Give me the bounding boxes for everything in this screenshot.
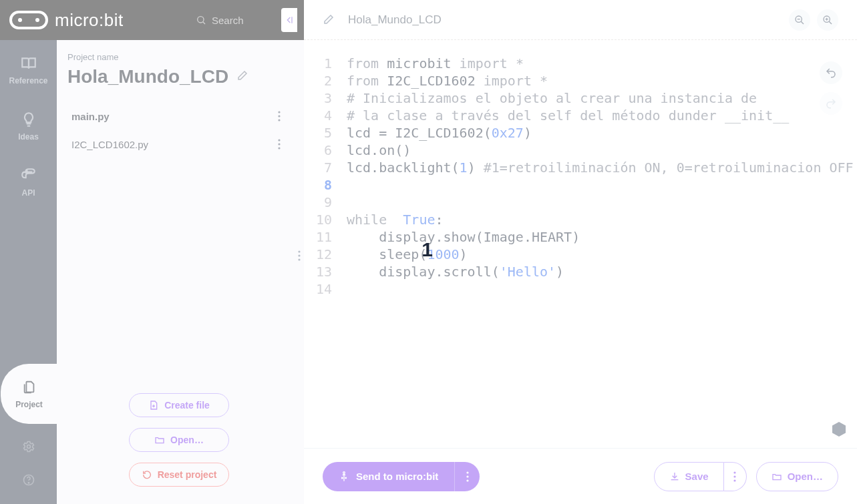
search-input[interactable]: Search [188, 7, 295, 33]
pencil-icon [323, 13, 335, 25]
microbit-logo-icon [9, 11, 48, 29]
nav-project[interactable]: Project [1, 364, 57, 424]
file-name: I2C_LCD1602.py [71, 139, 148, 150]
save-label: Save [685, 471, 709, 482]
lightbulb-icon [20, 111, 37, 128]
svg-point-2 [35, 18, 39, 22]
line-gutter: 1234567891011121314 [304, 55, 341, 448]
folder-open-icon [772, 471, 782, 482]
svg-point-30 [345, 477, 347, 479]
help-icon [22, 473, 35, 487]
save-group: Save [654, 462, 747, 491]
editor-tab-name: Hola_Mundo_LCD [348, 13, 442, 27]
svg-line-25 [829, 21, 832, 24]
file-plus-icon [148, 400, 159, 411]
save-menu-button[interactable] [724, 462, 747, 491]
nav-reference[interactable]: Reference [0, 48, 57, 92]
svg-point-35 [734, 475, 736, 477]
hexagon-icon [832, 421, 846, 437]
collapse-sidebar-button[interactable] [281, 8, 297, 32]
nav-rail: Reference Ideas API Project [0, 0, 57, 504]
editor-file-icon [323, 13, 336, 27]
svg-marker-28 [832, 422, 846, 437]
logo-text: micro:bit [55, 10, 124, 31]
zoom-out-icon [794, 15, 805, 25]
download-icon [669, 471, 680, 482]
pencil-icon [236, 69, 248, 81]
logo[interactable]: micro:bit [9, 10, 124, 31]
nav-ideas-label: Ideas [18, 132, 39, 142]
gear-icon [22, 440, 35, 453]
code-editor[interactable]: 1234567891011121314 from microbit import… [304, 40, 857, 448]
nav-footer [18, 436, 39, 504]
svg-point-32 [466, 475, 468, 477]
send-menu-button[interactable] [454, 462, 480, 491]
help-button[interactable] [18, 469, 39, 491]
svg-point-6 [25, 170, 27, 172]
svg-point-1 [18, 18, 22, 22]
nav-api[interactable]: API [0, 160, 57, 204]
svg-point-10 [278, 111, 280, 113]
file-item-main[interactable]: main.py [67, 102, 291, 130]
settings-button[interactable] [18, 436, 39, 457]
left-zone: micro:bit Search Reference Ideas API [0, 0, 304, 504]
redo-button[interactable] [820, 92, 842, 115]
panel-more-button[interactable] [293, 247, 305, 264]
open-label: Open… [170, 435, 204, 445]
project-name-label: Project name [67, 52, 291, 62]
more-vertical-icon [733, 471, 736, 482]
more-vertical-icon [298, 250, 301, 261]
file-name: main.py [71, 111, 110, 122]
more-vertical-icon [278, 111, 281, 121]
svg-line-4 [203, 22, 205, 24]
file-item-i2c[interactable]: I2C_LCD1602.py [67, 130, 291, 158]
panel-actions: Create file Open… Reset project [67, 393, 291, 491]
more-vertical-icon [466, 471, 469, 482]
python-icon [20, 167, 37, 184]
more-vertical-icon [278, 139, 281, 150]
folder-open-icon [154, 435, 165, 445]
edit-project-name-button[interactable] [236, 69, 251, 84]
search-icon [196, 15, 206, 25]
reset-project-button[interactable]: Reset project [129, 463, 229, 487]
zoom-in-icon [822, 15, 833, 25]
open-project-button[interactable]: Open… [129, 428, 229, 452]
svg-point-29 [343, 471, 345, 473]
zoom-controls [789, 9, 838, 31]
send-label: Send to micro:bit [356, 471, 438, 482]
open-footer-button[interactable]: Open… [756, 462, 838, 491]
code-body[interactable]: from microbit import *from I2C_LCD1602 i… [341, 55, 857, 448]
file-menu-button[interactable] [272, 137, 287, 152]
svg-point-15 [278, 147, 280, 149]
undo-redo-group [820, 61, 842, 115]
project-title-row: Hola_Mundo_LCD [67, 66, 291, 87]
svg-point-17 [298, 254, 300, 256]
file-menu-button[interactable] [272, 109, 287, 123]
svg-point-13 [278, 139, 280, 141]
svg-point-12 [278, 119, 280, 121]
logo-bar: micro:bit Search [0, 0, 304, 40]
search-placeholder: Search [212, 15, 244, 26]
svg-point-14 [278, 143, 280, 145]
book-icon [20, 55, 37, 72]
zoom-in-button[interactable] [817, 9, 838, 31]
project-panel: Project name Hola_Mundo_LCD main.py I2C_… [57, 0, 304, 504]
nav-ideas[interactable]: Ideas [0, 104, 57, 148]
send-to-microbit-button[interactable]: Send to micro:bit [323, 462, 454, 491]
save-button[interactable]: Save [654, 462, 724, 491]
usb-icon [339, 471, 349, 482]
open-footer-label: Open… [788, 471, 823, 482]
chevron-left-bar-icon [284, 15, 295, 25]
svg-point-34 [734, 471, 736, 473]
zoom-out-button[interactable] [789, 9, 810, 31]
refresh-icon [142, 469, 152, 480]
nav-api-label: API [21, 188, 35, 198]
redo-icon [825, 97, 837, 109]
undo-button[interactable] [820, 61, 842, 84]
reset-label: Reset project [158, 469, 217, 480]
simulator-badge[interactable] [832, 421, 846, 437]
create-file-button[interactable]: Create file [129, 393, 229, 417]
svg-point-9 [28, 483, 29, 483]
svg-point-36 [734, 479, 736, 481]
editor-footer: Send to micro:bit Save Open… [304, 448, 857, 504]
